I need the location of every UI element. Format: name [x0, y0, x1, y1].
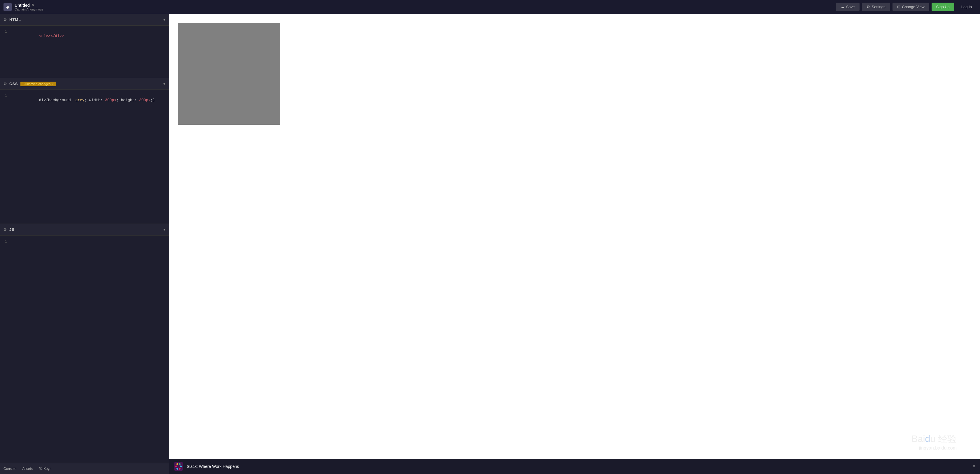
html-section: ⚙ HTML ▾ 1 <div></div>: [0, 14, 169, 78]
unsaved-changes-badge: 8 unsaved changes ×: [21, 82, 56, 86]
settings-button[interactable]: ⚙ Settings: [862, 3, 890, 11]
project-name: Untitled: [14, 3, 30, 8]
keys-tab[interactable]: ⌘ Keys: [38, 466, 51, 472]
js-code-area[interactable]: 1: [0, 236, 169, 463]
svg-point-6: [179, 468, 181, 469]
css-gear-icon[interactable]: ⚙: [3, 82, 7, 86]
svg-rect-0: [174, 462, 183, 471]
css-code-area[interactable]: 1 div{background: grey; width: 300px; he…: [0, 90, 169, 224]
preview-panel: Baidu 经验 jingyan.baidu.com Slack: Where …: [169, 14, 980, 474]
css-line-number-1: 1: [0, 94, 12, 98]
js-section: ⚙ JS ▾ 1: [0, 224, 169, 463]
project-title-row: Untitled ✎: [14, 3, 43, 8]
html-collapse-icon[interactable]: ▾: [163, 17, 165, 22]
notification-bar: Slack: Where Work Happens ×: [169, 459, 980, 474]
html-line-1: 1 <div></div>: [0, 29, 169, 43]
header-actions: ☁ Save ⚙ Settings ⊞ Change View Sign Up …: [836, 3, 977, 11]
slack-icon: [174, 462, 183, 471]
js-line-number-1: 1: [0, 239, 12, 244]
save-button[interactable]: ☁ Save: [836, 3, 859, 11]
html-section-header: ⚙ HTML ▾: [0, 14, 169, 25]
svg-point-3: [175, 466, 177, 467]
html-code-area[interactable]: 1 <div></div>: [0, 25, 169, 78]
header: ◈ Untitled ✎ Captain Anonymous ☁ Save ⚙ …: [0, 0, 980, 14]
dismiss-unsaved-icon[interactable]: ×: [52, 82, 53, 86]
assets-tab[interactable]: Assets: [22, 466, 33, 472]
js-section-title: JS: [10, 227, 14, 232]
bottom-bar: Console Assets ⌘ Keys: [0, 463, 169, 474]
css-section: ⚙ CSS 8 unsaved changes × ▾ 1 div{backgr…: [0, 78, 169, 224]
notification-text: Slack: Where Work Happens: [187, 464, 969, 469]
header-logo: ◈ Untitled ✎ Captain Anonymous: [3, 3, 43, 11]
save-cloud-icon: ☁: [841, 5, 845, 9]
keys-cmd-icon: ⌘: [38, 467, 42, 471]
change-view-button[interactable]: ⊞ Change View: [892, 3, 929, 11]
css-code-content: div{background: grey; width: 300px; heig…: [12, 94, 155, 107]
css-section-header: ⚙ CSS 8 unsaved changes × ▾: [0, 78, 169, 90]
svg-point-2: [179, 463, 181, 465]
html-section-title: HTML: [10, 17, 21, 22]
header-title: Untitled ✎ Captain Anonymous: [14, 3, 43, 11]
signup-button[interactable]: Sign Up: [932, 3, 955, 11]
css-line-1: 1 div{background: grey; width: 300px; he…: [0, 93, 169, 107]
preview-grey-div: [178, 23, 280, 125]
css-section-title: CSS: [10, 82, 18, 86]
notification-close-button[interactable]: ×: [973, 464, 975, 469]
svg-point-4: [180, 466, 182, 467]
svg-point-5: [177, 468, 178, 469]
html-code-content: <div></div>: [12, 29, 64, 43]
app-logo: ◈: [3, 3, 12, 11]
settings-gear-icon: ⚙: [867, 5, 870, 9]
login-button[interactable]: Log In: [957, 3, 977, 11]
console-tab[interactable]: Console: [3, 466, 16, 472]
edit-title-icon[interactable]: ✎: [32, 3, 34, 7]
js-line-1: 1: [0, 239, 169, 244]
js-section-header: ⚙ JS ▾: [0, 224, 169, 236]
html-gear-icon[interactable]: ⚙: [3, 17, 7, 22]
svg-point-1: [177, 463, 178, 465]
line-number-1: 1: [0, 29, 12, 34]
preview-content: [169, 14, 980, 474]
change-view-icon: ⊞: [897, 5, 900, 9]
main-area: ⚙ HTML ▾ 1 <div></div> ⚙ CSS 8 unsaved c…: [0, 14, 980, 474]
user-name: Captain Anonymous: [14, 8, 43, 11]
notification-app-icon: [174, 462, 183, 471]
css-collapse-icon[interactable]: ▾: [163, 82, 165, 86]
js-collapse-icon[interactable]: ▾: [163, 227, 165, 232]
js-gear-icon[interactable]: ⚙: [3, 227, 7, 232]
editor-panel: ⚙ HTML ▾ 1 <div></div> ⚙ CSS 8 unsaved c…: [0, 14, 169, 474]
